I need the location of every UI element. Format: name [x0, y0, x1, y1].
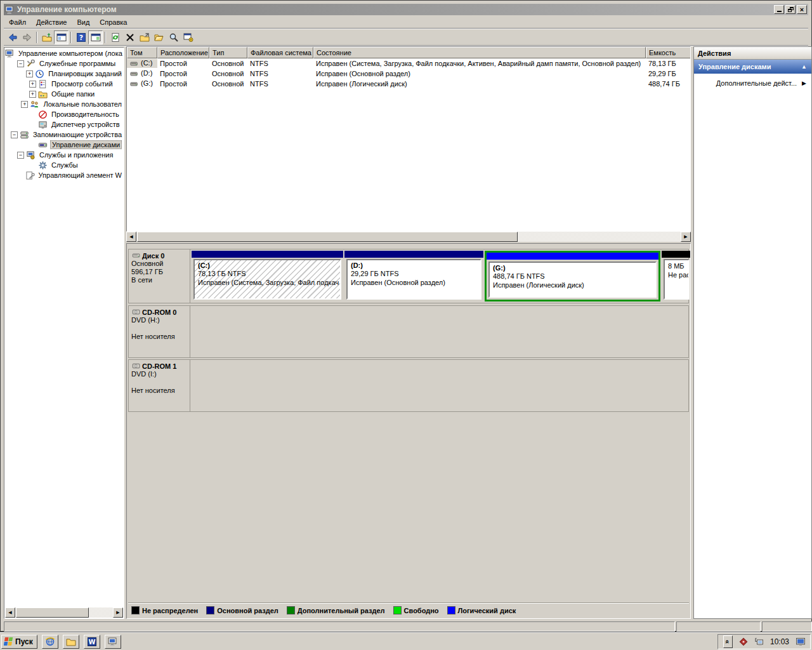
tree-item-performance[interactable]: Производительность: [5, 109, 123, 119]
properties-button[interactable]: [137, 30, 152, 44]
menu-action[interactable]: Действие: [31, 17, 72, 27]
disk-info-box[interactable]: CD-ROM 1DVD (I:) Нет носителя: [129, 360, 190, 411]
minimize-icon: [777, 11, 782, 12]
scroll-left-button[interactable]: ◀: [5, 607, 15, 618]
partition-d[interactable]: (D:)29,29 ГБ NTFSИсправен (Основной разд…: [344, 251, 483, 302]
collapse-expander-icon[interactable]: −: [11, 131, 18, 138]
expand-expander-icon[interactable]: +: [26, 70, 33, 77]
scroll-thumb[interactable]: [16, 607, 89, 618]
disk-name-label: CD-ROM 1: [142, 362, 176, 370]
tree-item-shared-folders[interactable]: +Общие папки: [5, 89, 123, 99]
tray-network-icon[interactable]: [754, 637, 764, 647]
drive-icon: [131, 251, 141, 260]
partition-label: (D:): [351, 262, 477, 269]
scroll-right-button[interactable]: ▶: [681, 232, 691, 242]
upfolder-icon: [42, 32, 52, 43]
start-button[interactable]: Пуск: [1, 635, 37, 649]
collapse-expander-icon[interactable]: −: [17, 60, 24, 67]
open-button[interactable]: [152, 30, 166, 44]
tree-item-services[interactable]: Службы: [5, 160, 123, 170]
partition-unallocated[interactable]: 8 МБНе рас: [662, 251, 691, 302]
menu-view[interactable]: Вид: [72, 17, 95, 27]
tree-item-local-users[interactable]: +Локальные пользовател: [5, 99, 123, 109]
tree-item-computer-management[interactable]: Управление компьютером (лока: [5, 48, 123, 58]
hide-inactive-icons-button[interactable]: «: [723, 635, 733, 648]
menu-help[interactable]: Справка: [95, 17, 132, 27]
show-console-tree-button[interactable]: [54, 30, 69, 44]
more-actions-item[interactable]: Дополнительные дейст... ▶: [694, 74, 811, 93]
tree-item-label: Службы и приложения: [38, 151, 114, 159]
tree-horizontal-scrollbar[interactable]: ◀ ▶: [5, 607, 123, 618]
partition-body[interactable]: (G:)488,74 ГБ NTFSИсправен (Логический д…: [488, 262, 657, 298]
restore-button[interactable]: [785, 5, 796, 14]
close-button[interactable]: ×: [797, 5, 807, 14]
tree-item-event-viewer[interactable]: +Просмотр событий: [5, 79, 123, 89]
col-type-header[interactable]: Тип: [209, 47, 247, 58]
toolbar-separator: [70, 32, 72, 43]
view-button[interactable]: [166, 30, 181, 44]
disk-info-box[interactable]: Диск 0Основной596,17 ГБВ сети: [129, 249, 190, 303]
expand-expander-icon[interactable]: +: [29, 81, 36, 88]
quick-launch-folder[interactable]: [63, 635, 79, 649]
tree-indent: [5, 94, 29, 95]
scheduler-icon: [35, 69, 44, 79]
tree-item-storage[interactable]: −Запоминающие устройства: [5, 129, 123, 140]
show-action-pane-button[interactable]: [88, 30, 103, 44]
tree-item-task-scheduler[interactable]: +Планировщик заданий: [5, 69, 123, 79]
quick-launch-internet-explorer[interactable]: [42, 635, 58, 649]
back-button[interactable]: [5, 30, 20, 44]
console-tree: Управление компьютером (лока−Служебные п…: [5, 48, 123, 607]
up-one-level-button[interactable]: [39, 30, 54, 44]
partition-size: 8 МБ: [668, 262, 685, 270]
toolbar-separator: [105, 32, 106, 43]
partition-body[interactable]: (D:)29,29 ГБ NTFSИсправен (Основной разд…: [346, 259, 481, 300]
minimize-button[interactable]: [774, 5, 784, 14]
tree-item-wmi-control[interactable]: Управляющий элемент W: [5, 170, 123, 180]
tree-item-services-apps[interactable]: −Службы и приложения: [5, 150, 123, 160]
expand-expander-icon[interactable]: +: [21, 101, 28, 108]
collapse-expander-icon[interactable]: −: [17, 152, 24, 159]
disk-info-line: 596,17 ГБ: [131, 268, 187, 276]
volume-row[interactable]: (C:)ПростойОсновнойNTFSИсправен (Система…: [127, 58, 690, 69]
partition-c[interactable]: (C:)78,13 ГБ NTFSИсправен (Система, Загр…: [192, 251, 343, 302]
legend-label: Не распределен: [142, 607, 198, 614]
disk-management-group-header[interactable]: Управление дисками ▲: [694, 60, 811, 74]
scroll-thumb[interactable]: [137, 232, 518, 242]
title-bar[interactable]: Управление компьютером ×: [4, 4, 808, 15]
col-filesystem-header[interactable]: Файловая система: [247, 47, 313, 58]
volume-row[interactable]: (D:)ПростойОсновнойNTFSИсправен (Основно…: [127, 69, 690, 79]
col-layout-header[interactable]: Расположение: [157, 47, 209, 58]
tree-item-system-tools[interactable]: −Служебные программы: [5, 58, 123, 69]
quick-launch-computer-management[interactable]: [105, 635, 121, 649]
partition-body[interactable]: (C:)78,13 ГБ NTFSИсправен (Система, Загр…: [193, 259, 341, 300]
refresh-button[interactable]: [108, 30, 122, 44]
collapse-icon[interactable]: ▲: [801, 63, 807, 70]
col-volume-header[interactable]: Том: [127, 47, 157, 58]
help-button[interactable]: ?: [74, 30, 88, 44]
configure-button[interactable]: [181, 30, 195, 44]
scroll-left-button[interactable]: ◀: [126, 232, 136, 242]
forward-button[interactable]: [20, 30, 34, 44]
folder-icon: [66, 637, 76, 647]
col-status-header[interactable]: Состояние: [313, 47, 646, 58]
quick-launch-word[interactable]: W: [84, 635, 100, 649]
menu-file[interactable]: Файл: [4, 17, 31, 27]
tree-item-device-manager[interactable]: Диспетчер устройств: [5, 119, 123, 129]
tree-item-disk-management[interactable]: Управление дисками: [5, 140, 123, 150]
partition-body[interactable]: 8 МБНе рас: [664, 259, 690, 300]
tree-indent: [5, 114, 29, 115]
col-capacity-header[interactable]: Емкость: [646, 47, 691, 58]
disk-info-line: Основной: [131, 260, 187, 268]
disk-info-box[interactable]: CD-ROM 0DVD (H:) Нет носителя: [129, 306, 190, 357]
volume-label: (C:): [141, 59, 152, 67]
display-settings-icon[interactable]: [795, 637, 806, 647]
tray-antivirus-icon[interactable]: [738, 637, 749, 647]
scroll-right-button[interactable]: ▶: [113, 607, 123, 618]
ie-icon: [45, 637, 55, 647]
volume-row[interactable]: (G:)ПростойОсновнойNTFSИсправен (Логичес…: [127, 79, 690, 89]
expand-expander-icon[interactable]: +: [29, 91, 36, 98]
volume-list-horizontal-scrollbar[interactable]: ◀ ▶: [126, 232, 691, 242]
partition-g[interactable]: (G:)488,74 ГБ NTFSИсправен (Логический д…: [485, 251, 660, 302]
partition-status: Исправен (Система, Загрузка, Файл подкач: [198, 278, 337, 287]
delete-button[interactable]: [122, 30, 137, 44]
